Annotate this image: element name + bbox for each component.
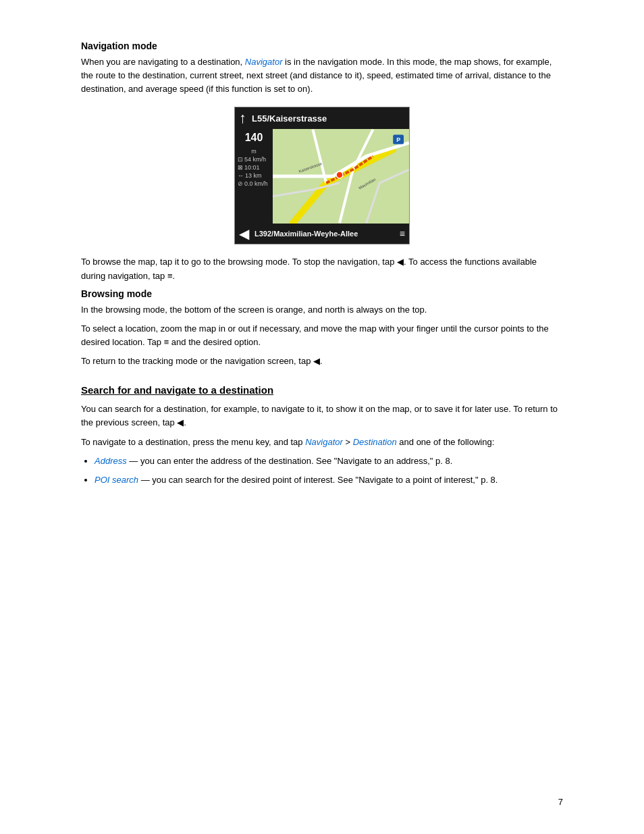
- back-arrow-sym-1: ◀: [397, 257, 404, 267]
- search-section-heading: Search for and navigate to a destination: [81, 384, 563, 396]
- turn-arrow-icon: ↑: [239, 109, 246, 127]
- browsing-mode-paragraph2: To select a location, zoom the map in or…: [81, 322, 563, 349]
- page-container: Navigation mode When you are navigating …: [0, 0, 644, 834]
- avg-icon: ⊘: [238, 180, 243, 187]
- avg-speed-row: ⊘ 0.0 km/h: [238, 180, 270, 187]
- page-number: 7: [558, 797, 563, 807]
- browsing-mode-paragraph1: In the browsing mode, the bottom of the …: [81, 303, 563, 317]
- menu-sym-1: ≡: [167, 271, 173, 281]
- nav-map: ↑ L55/Kaiserstrasse 140 m ⊡ 54 km/h: [234, 107, 410, 244]
- navigation-mode-section: Navigation mode When you are navigating …: [81, 41, 563, 283]
- back-arrow-bottom-icon: ◀: [239, 226, 249, 242]
- speed-icon: ⊡: [238, 156, 243, 163]
- search-section: Search for and navigate to a destination…: [81, 384, 563, 488]
- distance-unit: m: [238, 148, 270, 155]
- search-paragraph1: You can search for a destination, for ex…: [81, 402, 563, 429]
- nav-map-area: P Kaiserstrasse Maximilian: [273, 129, 409, 224]
- bottom-street-name: L392/Maximilian-Weyhe-Allee: [254, 230, 400, 238]
- time-value: 10:01: [244, 164, 260, 171]
- menu-icon-bottom: ≡: [400, 228, 405, 239]
- browsing-mode-section: Browsing mode In the browsing mode, the …: [81, 288, 563, 369]
- navigator-link-1[interactable]: Navigator: [245, 57, 283, 67]
- speed-row: ⊡ 54 km/h: [238, 156, 270, 163]
- nav-map-bottom-bar: ◀ L392/Maximilian-Weyhe-Allee ≡: [235, 224, 409, 244]
- address-bullet: Address — you can enter the address of t…: [95, 454, 563, 469]
- poi-search-bullet: POI search — you can search for the desi…: [95, 473, 563, 488]
- distance-value: 140: [238, 132, 270, 144]
- back-arrow-sym-2: ◀: [313, 356, 320, 366]
- browsing-mode-heading: Browsing mode: [81, 288, 563, 299]
- nav-mode-paragraph2: To browse the map, tap it to go to the b…: [81, 255, 563, 282]
- top-street-name: L55/Kaiserstrasse: [252, 113, 327, 124]
- time-icon: ⊠: [238, 164, 243, 171]
- dist-icon: ↔: [238, 172, 244, 179]
- navigation-mode-paragraph1: When you are navigating to a destination…: [81, 55, 563, 96]
- dist-value: 13 km: [245, 172, 262, 179]
- svg-text:P: P: [396, 137, 400, 144]
- distance-row: ↔ 13 km: [238, 172, 270, 179]
- svg-point-1: [336, 172, 343, 178]
- map-svg: P Kaiserstrasse Maximilian: [273, 129, 409, 224]
- back-arrow-sym-3: ◀: [177, 417, 184, 427]
- destination-options-list: Address — you can enter the address of t…: [95, 454, 563, 488]
- poi-search-text: — you can search for the desired point o…: [141, 475, 498, 485]
- nav-map-middle: 140 m ⊡ 54 km/h ⊠ 10:01 ↔ 13 km: [235, 129, 409, 224]
- nav-map-side-panel: 140 m ⊡ 54 km/h ⊠ 10:01 ↔ 13 km: [235, 129, 273, 224]
- poi-search-link[interactable]: POI search: [95, 475, 138, 485]
- navigator-link-2[interactable]: Navigator: [305, 437, 343, 447]
- address-text: — you can enter the address of the desti…: [129, 456, 452, 466]
- avg-value: 0.0 km/h: [244, 180, 268, 187]
- destination-link[interactable]: Destination: [353, 437, 397, 447]
- time-row: ⊠ 10:01: [238, 164, 270, 171]
- browsing-mode-paragraph3: To return to the tracking mode or the na…: [81, 355, 563, 368]
- speed-value: 54 km/h: [244, 156, 266, 163]
- nav-map-container: ↑ L55/Kaiserstrasse 140 m ⊡ 54 km/h: [81, 107, 563, 244]
- search-paragraph2: To navigate to a destination, press the …: [81, 436, 563, 449]
- navigation-mode-heading: Navigation mode: [81, 41, 563, 51]
- address-link[interactable]: Address: [95, 456, 127, 466]
- nav-map-top-bar: ↑ L55/Kaiserstrasse: [235, 107, 409, 129]
- menu-sym-2: ≡: [164, 337, 169, 347]
